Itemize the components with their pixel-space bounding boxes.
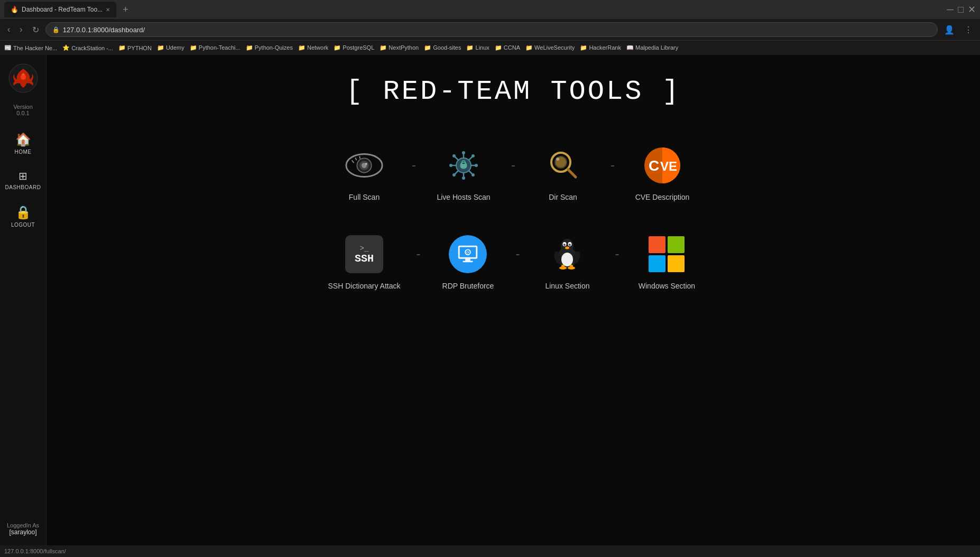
svg-text:VE: VE [660,159,677,173]
bookmark-malpedia[interactable]: 📖 Malpedia Library [626,44,678,51]
tool-dir-scan[interactable]: Dir Scan [521,139,605,207]
svg-line-9 [359,156,360,159]
bookmark-welivesecurity[interactable]: 📁 WeLiveSecurity [525,44,575,51]
tool-windows-section[interactable]: Windows Section [624,228,709,295]
bookmark-python-teaching[interactable]: 📁 Python-Teachi... [190,44,241,51]
rdp-bruteforce-icon-wrap: ⟳ [447,233,489,275]
tools-row-1: Full Scan - [302,139,725,207]
svg-point-54 [565,247,569,249]
tab-title: Dashboard - RedTeam Too... [22,6,103,13]
tool-ssh-dictionary-attack[interactable]: >_ SSH SSH Dictionary Attack [318,228,411,295]
separator-3: - [611,157,615,172]
bookmark-udemy[interactable]: 📁 Udemy [157,44,184,51]
svg-rect-28 [461,164,466,168]
svg-point-23 [475,164,478,167]
tool-rdp-bruteforce[interactable]: ⟳ RDP Bruteforce [426,228,510,295]
sidebar-item-dashboard[interactable]: ⊞ Dashboard [0,164,46,196]
tool-cve-description[interactable]: C VE CVE Description [620,139,705,207]
svg-point-1 [21,75,26,80]
logged-in-as-label: LoggedIn As [7,522,39,528]
linux-section-icon-wrap [546,233,588,275]
sidebar-item-home[interactable]: 🏠 HOME [0,127,46,160]
address-bar[interactable]: 🔒 127.0.0.1:8000/dashboard/ [45,22,938,37]
separator-6: - [615,246,619,261]
browser-tab[interactable]: 🔥 Dashboard - RedTeam Too... ✕ [4,2,116,17]
svg-text:C: C [649,157,659,174]
svg-line-17 [469,171,472,174]
svg-rect-57 [561,265,565,269]
svg-point-27 [452,173,456,177]
minimize-button[interactable]: ─ [947,4,954,15]
separator-1: - [412,157,416,172]
tool-live-hosts-scan[interactable]: Live Hosts Scan [421,139,506,207]
username-display: [sarayloo] [7,528,39,536]
reload-button[interactable]: ↻ [29,23,42,37]
svg-rect-58 [570,265,573,269]
svg-point-53 [570,244,571,245]
windows-quad-red [649,236,665,253]
browser-nav: ‹ › ↻ 🔒 127.0.0.1:8000/dashboard/ 👤 ⋮ [0,19,980,40]
settings-button[interactable]: ⋮ [961,23,976,37]
full-scan-icon-wrap [343,144,385,187]
sidebar-version: Version 0.0.1 [13,104,33,116]
rdp-icon: ⟳ [449,235,487,273]
bookmark-crackstation[interactable]: ⭐ CrackStation -... [62,44,113,51]
svg-point-20 [462,151,465,154]
svg-line-19 [455,171,458,174]
svg-line-7 [352,160,354,163]
tab-close-button[interactable]: ✕ [106,7,110,13]
app-wrapper: Version 0.0.1 🏠 HOME ⊞ Dashboard 🔒 LOGOU… [0,55,980,557]
url-display: 127.0.0.1:8000/dashboard/ [63,26,145,34]
full-scan-label: Full Scan [349,193,380,201]
bookmark-good-sites[interactable]: 📁 Good-sites [424,44,461,51]
svg-point-6 [365,163,367,165]
svg-point-24 [452,154,456,157]
extensions-button[interactable]: 👤 [941,23,958,37]
svg-line-8 [355,157,356,160]
maximize-button[interactable]: □ [958,4,964,15]
new-tab-button[interactable]: + [121,4,131,15]
home-label: HOME [15,149,32,155]
bookmark-hackernews[interactable]: 📰 The Hacker Ne... [4,44,57,51]
svg-point-52 [565,244,566,245]
dir-scan-label: Dir Scan [549,193,577,201]
back-button[interactable]: ‹ [4,23,13,36]
bookmark-postgresql[interactable]: 📁 PostgreSQL [334,44,374,51]
dir-scan-icon-wrap [542,144,584,187]
svg-line-16 [455,157,458,160]
tools-grid: Full Scan - [302,139,725,295]
windows-section-icon-wrap [645,233,688,275]
sidebar-logo [8,63,38,99]
svg-point-26 [471,154,475,157]
tool-full-scan[interactable]: Full Scan [322,139,406,207]
sidebar: Version 0.0.1 🏠 HOME ⊞ Dashboard 🔒 LOGOU… [0,55,47,557]
logout-label: LOGOUT [11,222,35,228]
bookmark-nextpython[interactable]: 📁 NextPython [380,44,419,51]
svg-line-18 [469,157,472,160]
svg-point-21 [462,177,465,180]
bookmark-hackerrank[interactable]: 📁 HackerRank [580,44,621,51]
separator-4: - [416,246,420,261]
bookmark-network[interactable]: 📁 Network [298,44,328,51]
forward-button[interactable]: › [16,23,25,36]
cve-description-label: CVE Description [635,193,690,201]
sidebar-item-logout[interactable]: 🔒 LOGOUT [0,200,46,233]
windows-quad-green [668,236,685,253]
bookmark-python[interactable]: 📁 PYTHON [118,44,152,51]
page-title: [ RED-TEAM TOOLS ] [346,76,681,107]
separator-2: - [511,157,515,172]
linux-section-label: Linux Section [545,282,589,290]
logout-icon: 🔒 [15,205,31,220]
bookmark-python-quizes[interactable]: 📁 Python-Quizes [246,44,293,51]
windows-icon [649,236,685,272]
bookmark-linux[interactable]: 📁 Linux [466,44,489,51]
windows-quad-yellow [668,255,685,272]
svg-point-33 [556,157,559,161]
bookmark-ccna[interactable]: 📁 CCNA [495,44,520,51]
svg-line-32 [568,170,576,177]
tool-linux-section[interactable]: Linux Section [525,228,609,295]
close-button[interactable]: ✕ [968,4,976,15]
main-content: [ RED-TEAM TOOLS ] [47,55,980,557]
browser-bookmarks: 📰 The Hacker Ne... ⭐ CrackStation -... 📁… [0,40,980,55]
ssh-dictionary-attack-label: SSH Dictionary Attack [328,282,401,290]
